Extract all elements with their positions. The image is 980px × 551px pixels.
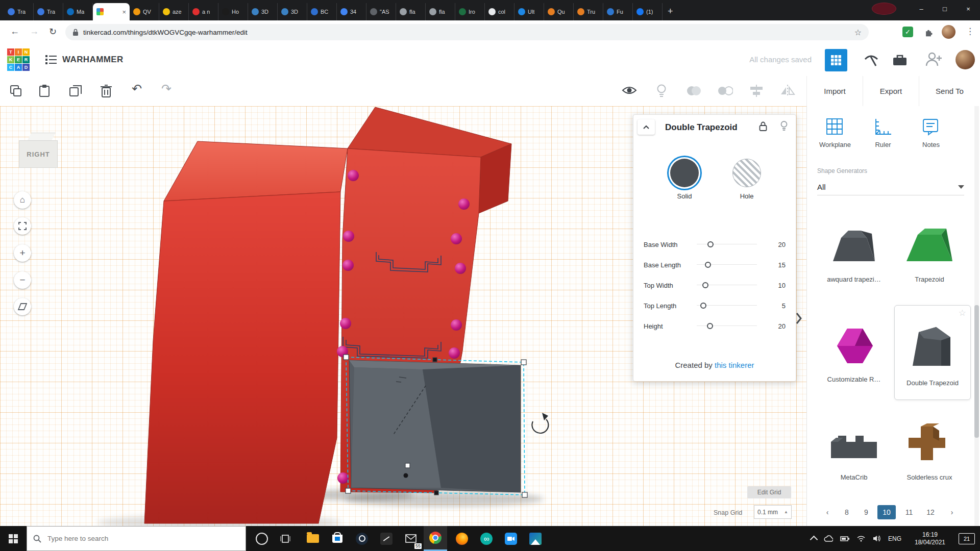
search-input[interactable] xyxy=(46,534,239,543)
chrome-button-active[interactable] xyxy=(424,526,447,551)
snap-grid-select[interactable]: 0.1 mm ▲ xyxy=(754,505,792,519)
design-menu-icon[interactable] xyxy=(45,54,57,65)
bookmark-star-icon[interactable]: ☆ xyxy=(854,28,862,37)
browser-profile-avatar[interactable] xyxy=(942,25,955,39)
param-slider[interactable] xyxy=(697,282,757,289)
close-button[interactable]: × xyxy=(957,5,980,13)
param-slider[interactable] xyxy=(697,241,757,248)
action-center-badge[interactable]: 21 xyxy=(959,533,975,544)
param-value[interactable]: 20 xyxy=(778,241,786,248)
tinkercad-logo[interactable]: T I N K E R C A D xyxy=(7,48,30,71)
favorite-star-icon[interactable]: ☆ xyxy=(959,308,966,318)
toolbox-icon[interactable] xyxy=(892,53,908,67)
cortana-button[interactable] xyxy=(250,526,274,551)
invite-person-icon[interactable] xyxy=(925,52,942,67)
shape-tile-double-trapezoid-selected[interactable]: ☆ Double Trapezoid xyxy=(894,305,971,400)
extension-check-icon[interactable]: ✓ xyxy=(902,27,913,37)
steam-button[interactable] xyxy=(350,526,374,551)
browser-tab[interactable]: 3D xyxy=(278,3,307,20)
zoom-in-button[interactable]: + xyxy=(14,244,31,262)
taskbar-app-button[interactable] xyxy=(375,526,398,551)
browser-tab[interactable]: Qu xyxy=(544,3,574,20)
taskbar-search[interactable] xyxy=(27,526,246,551)
param-slider[interactable] xyxy=(697,302,757,309)
shape-tile-solderless-crux[interactable]: Solderless crux xyxy=(891,418,968,481)
browser-tab[interactable]: col xyxy=(485,3,514,20)
lightbulb-icon[interactable] xyxy=(656,84,667,98)
hole-material-option[interactable] xyxy=(732,159,761,187)
ruler-tool[interactable]: Ruler xyxy=(859,117,907,148)
maximize-button[interactable]: □ xyxy=(933,5,957,13)
page-button[interactable]: 9 xyxy=(859,505,873,519)
fit-view-button[interactable] xyxy=(14,217,31,235)
param-slider[interactable] xyxy=(697,261,757,268)
param-value[interactable]: 5 xyxy=(782,302,786,310)
taskbar-clock[interactable]: 16:19 18/04/2021 xyxy=(909,531,951,546)
page-button[interactable]: 11 xyxy=(902,505,916,519)
browser-tab[interactable]: Ho xyxy=(218,3,248,20)
mail-button[interactable]: 55 xyxy=(399,526,423,551)
browser-menu-icon[interactable]: ⋮ xyxy=(966,26,974,37)
file-explorer-button[interactable] xyxy=(301,526,325,551)
send-to-button[interactable]: Send To xyxy=(919,76,980,106)
browser-tab[interactable]: 3D xyxy=(248,3,278,20)
language-indicator[interactable]: ENG xyxy=(888,535,901,542)
new-tab-button[interactable]: + xyxy=(668,7,673,16)
browser-tab[interactable]: aze xyxy=(159,3,189,20)
page-button[interactable]: 12 xyxy=(923,505,938,519)
browser-tab[interactable]: 34 xyxy=(337,3,366,20)
shape-tile-metacrib[interactable]: MetaCrib xyxy=(816,418,892,481)
tray-wifi-icon[interactable] xyxy=(856,535,866,542)
ms-store-button[interactable] xyxy=(326,526,349,551)
browser-tab[interactable]: Ult xyxy=(514,3,544,20)
video-app-button[interactable] xyxy=(499,526,523,551)
shape-tile-awquard-trapezoid[interactable]: awquard trapezi… xyxy=(816,220,892,283)
shape-tile-trapezoid[interactable]: Trapezoid xyxy=(891,220,968,283)
start-button[interactable] xyxy=(0,526,27,551)
home-view-button[interactable]: ⌂ xyxy=(14,191,31,209)
forward-icon[interactable]: → xyxy=(30,26,39,37)
view-cube[interactable]: RIGHT xyxy=(19,133,58,168)
edit-grid-button[interactable]: Edit Grid xyxy=(747,486,791,498)
browser-tab[interactable]: fla xyxy=(396,3,426,20)
dashboard-grid-button[interactable] xyxy=(825,49,847,71)
browser-tab[interactable]: (1) xyxy=(633,3,663,20)
undo-icon[interactable]: ↶ xyxy=(132,82,142,96)
browser-tab[interactable]: Tru xyxy=(574,3,603,20)
browser-tab[interactable]: Fu xyxy=(603,3,633,20)
photos-app-button[interactable] xyxy=(524,526,547,551)
browser-tab[interactable]: a n xyxy=(189,3,218,20)
solid-material-option[interactable] xyxy=(670,159,699,187)
sidebar-scrollbar[interactable] xyxy=(974,106,979,526)
lightbulb-icon[interactable] xyxy=(780,121,788,132)
export-button[interactable]: Export xyxy=(863,76,919,106)
duplicate-icon[interactable] xyxy=(69,84,83,97)
page-button[interactable]: 8 xyxy=(840,505,854,519)
param-value[interactable]: 15 xyxy=(778,261,786,269)
browser-tab[interactable]: Iro xyxy=(455,3,485,20)
tab-close-icon[interactable]: × xyxy=(122,8,126,16)
selected-shape[interactable] xyxy=(349,360,521,492)
task-view-button[interactable] xyxy=(274,526,297,551)
zoom-out-button[interactable]: − xyxy=(14,271,31,289)
view-cube-face[interactable]: RIGHT xyxy=(19,140,58,168)
browser-tab[interactable]: × xyxy=(93,3,130,20)
address-bar[interactable]: tinkercad.com/things/dtkWOGVCgqe-warhamm… xyxy=(65,24,869,40)
align-icon[interactable] xyxy=(749,84,764,97)
design-title[interactable]: WARHAMMER xyxy=(62,55,124,65)
browser-tab[interactable]: fla xyxy=(426,3,455,20)
page-next-button[interactable]: › xyxy=(945,505,959,519)
pickaxe-icon[interactable] xyxy=(864,53,879,67)
browser-tab[interactable]: QV xyxy=(130,3,159,20)
minimize-button[interactable]: – xyxy=(910,5,933,13)
back-icon[interactable]: ← xyxy=(10,26,19,37)
browser-tab[interactable]: BC xyxy=(307,3,337,20)
mirror-icon[interactable] xyxy=(780,84,795,97)
tray-battery-icon[interactable] xyxy=(840,536,849,542)
firefox-button[interactable] xyxy=(450,526,474,551)
group-icon[interactable] xyxy=(686,84,701,97)
credit-link[interactable]: this tinkerer xyxy=(715,361,754,369)
tray-chevron-icon[interactable] xyxy=(810,536,818,544)
browser-tab[interactable]: Ma xyxy=(63,3,93,20)
generator-filter-select[interactable]: All xyxy=(817,179,964,195)
